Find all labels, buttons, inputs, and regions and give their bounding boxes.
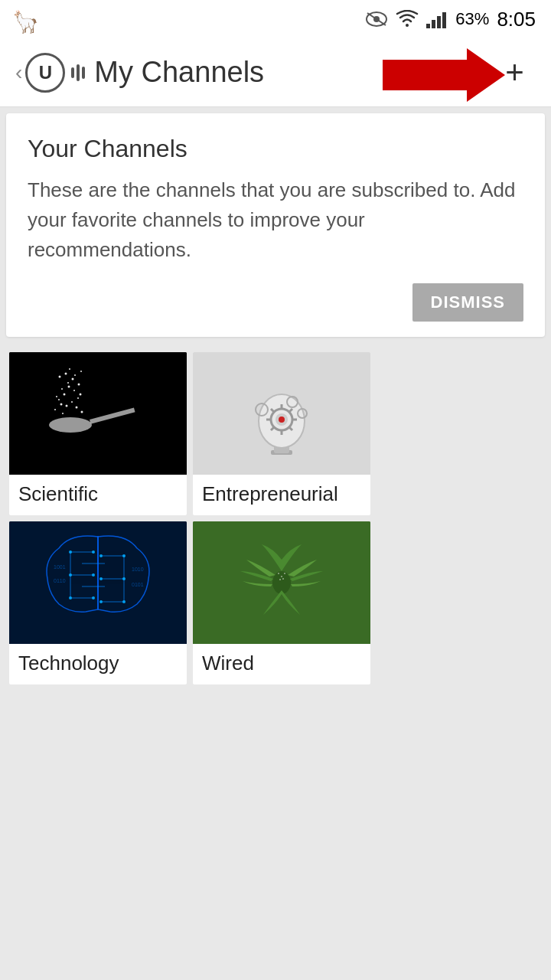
channel-image-entrepreneurial	[193, 352, 370, 475]
svg-point-29	[78, 384, 80, 386]
svg-point-32	[65, 373, 67, 375]
channel-card-technology[interactable]: 1001 0110 1010 0101 Technology	[9, 521, 187, 684]
back-chevron-icon: ‹	[15, 60, 22, 85]
svg-point-86	[282, 578, 284, 580]
svg-point-26	[67, 382, 69, 384]
add-channel-button[interactable]: +	[494, 51, 536, 93]
channel-card-scientific[interactable]: Scientific	[9, 352, 187, 515]
svg-rect-10	[9, 352, 187, 475]
svg-line-3	[367, 13, 386, 25]
svg-point-65	[69, 550, 72, 554]
info-card-footer: DISMISS	[28, 283, 523, 322]
status-icons: 63% 8:05	[365, 8, 536, 31]
sound-wave-icon	[71, 64, 85, 81]
channels-grid: Scientific	[0, 343, 551, 688]
svg-point-83	[281, 576, 282, 577]
svg-point-13	[66, 405, 68, 407]
dismiss-button[interactable]: DISMISS	[412, 283, 523, 322]
info-card: Your Channels These are the channels tha…	[6, 113, 545, 337]
app-logo: ‹ U	[15, 53, 85, 93]
svg-text:0101: 0101	[132, 582, 144, 587]
svg-point-15	[60, 403, 63, 406]
svg-point-19	[68, 386, 70, 388]
svg-point-11	[49, 417, 92, 433]
svg-point-50	[279, 416, 285, 423]
svg-point-23	[76, 407, 78, 409]
svg-point-75	[99, 577, 103, 580]
svg-point-18	[73, 390, 75, 391]
svg-point-24	[62, 413, 64, 414]
svg-point-20	[58, 399, 60, 400]
channel-name-wired: Wired	[193, 644, 370, 684]
channel-image-scientific	[9, 352, 187, 475]
channel-image-wired	[193, 521, 370, 644]
channel-image-technology: 1001 0110 1010 0101	[9, 521, 187, 644]
svg-point-31	[74, 374, 76, 376]
u-logo: U	[25, 53, 65, 93]
svg-point-33	[69, 368, 70, 370]
info-card-title: Your Channels	[28, 135, 523, 163]
svg-point-25	[81, 411, 83, 413]
svg-point-27	[72, 378, 74, 381]
app-bar: ‹ U My Channels +	[0, 38, 551, 107]
svg-point-76	[99, 600, 103, 603]
svg-point-34	[59, 376, 61, 378]
svg-rect-5	[426, 24, 430, 28]
svg-point-21	[80, 394, 82, 396]
svg-rect-7	[437, 16, 441, 28]
battery-level: 63%	[455, 9, 489, 29]
svg-point-22	[54, 409, 56, 410]
svg-point-35	[80, 371, 82, 372]
channel-card-wired[interactable]: Wired	[193, 521, 370, 684]
svg-text:0110: 0110	[54, 578, 66, 583]
svg-point-87	[279, 579, 281, 580]
svg-point-71	[122, 554, 126, 557]
channel-name-entrepreneurial: Entrepreneurial	[193, 475, 370, 515]
svg-point-30	[56, 396, 57, 397]
svg-text:1001: 1001	[54, 564, 66, 570]
info-card-description: These are the channels that you are subs…	[28, 175, 523, 265]
eye-icon	[365, 11, 388, 28]
svg-point-70	[92, 596, 95, 599]
svg-point-28	[61, 388, 63, 390]
app-icon: 🦙	[12, 8, 38, 37]
wifi-icon	[396, 10, 419, 28]
page-title: My Channels	[94, 56, 264, 89]
svg-point-73	[122, 600, 126, 603]
svg-point-72	[122, 577, 126, 580]
svg-point-68	[92, 550, 95, 554]
svg-point-69	[92, 573, 95, 577]
svg-point-17	[64, 394, 66, 396]
svg-rect-6	[432, 20, 435, 28]
svg-point-16	[77, 397, 79, 399]
svg-point-85	[278, 573, 279, 574]
svg-point-74	[99, 554, 103, 557]
svg-point-67	[69, 596, 72, 599]
svg-text:1010: 1010	[132, 567, 144, 572]
svg-rect-8	[442, 12, 446, 28]
svg-point-84	[284, 573, 285, 574]
signal-icon	[426, 10, 448, 28]
channel-name-technology: Technology	[9, 644, 187, 684]
app-bar-left: ‹ U My Channels	[15, 53, 264, 93]
status-time: 8:05	[497, 8, 536, 31]
svg-point-4	[406, 24, 409, 27]
svg-point-14	[71, 401, 73, 403]
svg-point-66	[69, 573, 72, 577]
channel-name-scientific: Scientific	[9, 475, 187, 515]
status-bar: 🦙 63%	[0, 0, 551, 38]
svg-text:🦙: 🦙	[12, 9, 38, 34]
channel-card-entrepreneurial[interactable]: Entrepreneurial	[193, 352, 370, 515]
